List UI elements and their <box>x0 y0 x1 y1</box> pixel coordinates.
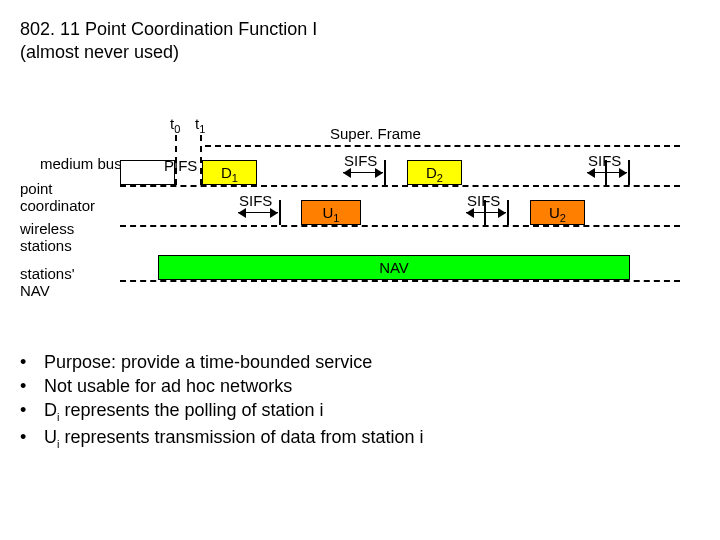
stations-timeline <box>120 225 680 227</box>
superframe-label: Super. Frame <box>330 125 421 142</box>
superframe-line <box>205 145 680 147</box>
bullet-4: • Ui represents transmission of data fro… <box>20 425 700 451</box>
tick-sifs-3 <box>605 160 607 185</box>
d2-bar: D2 <box>407 160 462 185</box>
pifs-label: PIFS <box>164 157 197 174</box>
sifs-label-2: SIFS <box>239 192 272 209</box>
sifs-arrow-3 <box>587 172 627 173</box>
t0-label: t0 <box>170 115 180 135</box>
bullet-1: • Purpose: provide a time-bounded servic… <box>20 350 700 374</box>
slide-title: 802. 11 Point Coordination Function I (a… <box>20 18 700 65</box>
bullet-list: • Purpose: provide a time-bounded servic… <box>20 350 700 451</box>
nav-timeline <box>120 280 680 282</box>
timing-diagram: t0 t1 Super. Frame medium busy point coo… <box>40 125 680 325</box>
tick-sifs-1 <box>384 160 386 185</box>
sifs-label-1: SIFS <box>344 152 377 169</box>
tick-sifs-2 <box>279 200 281 225</box>
title-line-1: 802. 11 Point Coordination Function I <box>20 19 317 39</box>
t1-label: t1 <box>195 115 205 135</box>
u2-bar: U2 <box>530 200 585 225</box>
tick-sifs-3b <box>628 160 630 185</box>
stations-nav-label: stations' NAV <box>20 265 140 299</box>
tick-sifs-4b <box>507 200 509 225</box>
wireless-stations-label: wireless stations <box>20 220 140 254</box>
nav-bar: NAV <box>158 255 630 280</box>
tick-sifs-4 <box>484 200 486 225</box>
coordinator-timeline <box>120 185 680 187</box>
bullet-3: • Di represents the polling of station i <box>20 398 700 424</box>
sifs-arrow-4 <box>466 212 506 213</box>
title-line-2: (almost never used) <box>20 42 179 62</box>
point-coordinator-label: point coordinator <box>20 180 140 214</box>
u1-bar: U1 <box>301 200 361 225</box>
bullet-2: • Not usable for ad hoc networks <box>20 374 700 398</box>
sifs-arrow-1 <box>343 172 383 173</box>
d1-bar: D1 <box>202 160 257 185</box>
sifs-arrow-2 <box>238 212 278 213</box>
